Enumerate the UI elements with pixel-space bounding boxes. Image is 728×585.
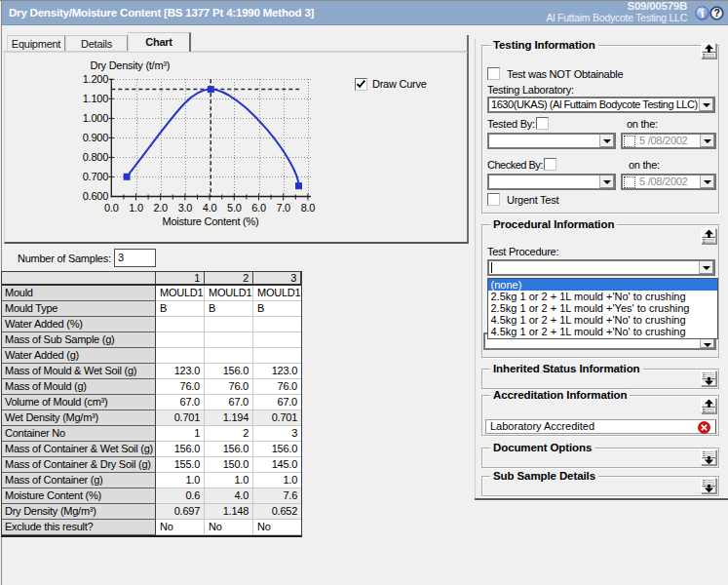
svg-text:3.0: 3.0 [178,202,193,214]
svg-text:1.100: 1.100 [83,93,108,104]
svg-text:5.0: 5.0 [227,202,242,214]
svg-text:8.0: 8.0 [301,202,316,214]
svg-text:2.0: 2.0 [153,202,168,214]
svg-text:Dry Density (t/m³): Dry Density (t/m³) [91,59,171,71]
svg-text:1.0: 1.0 [129,202,143,214]
svg-text:7.0: 7.0 [276,202,290,214]
svg-text:4.0: 4.0 [203,202,217,214]
svg-text:0.0: 0.0 [104,202,119,214]
svg-text:0.800: 0.800 [83,151,108,163]
svg-text:0.900: 0.900 [83,132,108,143]
svg-text:?: ? [713,7,719,19]
svg-text:0.700: 0.700 [83,171,108,182]
svg-text:1.200: 1.200 [83,73,108,85]
svg-text:0.600: 0.600 [83,190,108,202]
svg-text:6.0: 6.0 [251,202,266,214]
svg-text:1.000: 1.000 [83,112,108,124]
svg-text:Moisture Content (%): Moisture Content (%) [163,215,259,227]
